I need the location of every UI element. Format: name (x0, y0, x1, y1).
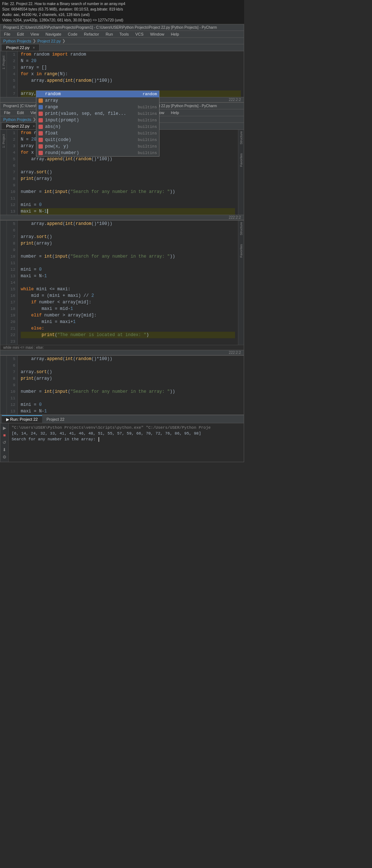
code-line-3-12: mini = 0 (21, 266, 235, 273)
code-line-1-6 (21, 84, 241, 90)
ac-item-input[interactable]: input(prompt) builtins (36, 117, 159, 124)
ide-window-3: 567891011121314151617181920212223 array.… (0, 220, 244, 355)
code-line-3-5: array.append(int(random()*100)) (21, 221, 235, 227)
run-toolbar: ▶ ■ ↺ ⬇ ⚙ (0, 423, 9, 462)
code-area-4[interactable]: 5678910111213 array.append(int(random()*… (7, 356, 244, 415)
run-tab-run[interactable]: ▶ Run: Project 22 (2, 415, 42, 423)
ac-item-quit[interactable]: quit(code) builtins (36, 137, 159, 143)
code-line-3-11 (21, 260, 235, 266)
menu2-file[interactable]: File (3, 110, 12, 115)
code-line-2-9 (21, 182, 235, 189)
right-sidebar-2: Structure Favorites (238, 130, 244, 215)
code-line-4-10: number = int(input("Search for any numbe… (21, 388, 241, 395)
ac-item-random[interactable]: random random (36, 91, 159, 97)
menu-navigate[interactable]: Navigate (44, 32, 62, 37)
menu-bar-1: File Edit View Navigate Code Refactor Ru… (0, 31, 244, 38)
video-info-line4: Video: h264, yuv420p, 1280x720, 681 kb/s… (2, 17, 242, 23)
ac-icon-round (39, 151, 43, 155)
code-line-3-18: maxi = mid-1 (21, 306, 235, 312)
ac-item-print[interactable]: print(values, sep, end, file... builtins (36, 110, 159, 117)
run-panel: ▶ Run: Project 22 Project 22 ▶ ■ ↺ ⬇ ⚙ "… (0, 415, 244, 462)
ac-item-pow[interactable]: pow(x, y) builtins (36, 143, 159, 150)
ac-name-range: range (45, 105, 136, 110)
ac-item-abs[interactable]: abs(n) builtins (36, 124, 159, 130)
code-line-2-6 (21, 162, 235, 169)
breadcrumb-file-1[interactable]: Project 22.py (37, 39, 61, 43)
code-line-3-9 (21, 247, 235, 253)
menu-window[interactable]: Window (149, 32, 166, 37)
code-line-3-7: array.sort() (21, 234, 235, 240)
run-input-prompt: Search for any number in the array: (12, 437, 98, 441)
breadcrumb2-python-projects[interactable]: Python Projects (3, 117, 31, 122)
tab-project22-2[interactable]: Project 22.py × (2, 123, 40, 129)
menu2-edit[interactable]: Edit (16, 110, 25, 115)
run-settings-btn[interactable]: ⚙ (1, 454, 8, 460)
left-sidebar-4 (0, 356, 7, 415)
project-label-1: 1: Project (2, 56, 5, 69)
autocomplete-dropdown[interactable]: random random array range builtins print… (36, 90, 159, 157)
run-stop-btn[interactable]: ■ (1, 432, 8, 439)
breadcrumb-1: Python Projects ❯ Project 22.py ❯ (0, 38, 244, 44)
ac-icon-print (39, 112, 43, 116)
run-play-btn[interactable]: ▶ (1, 425, 8, 431)
menu-refactor[interactable]: Refactor (82, 32, 101, 37)
code-content-4[interactable]: array.append(int(random()*100)) array.so… (18, 356, 244, 415)
code-line-2-12: mini = 0 (21, 202, 235, 208)
code-line-1-2: N = 20 (21, 58, 241, 64)
code-line-1-3: array = [] (21, 64, 241, 71)
ac-name-round: round(number) (45, 150, 136, 156)
code-line-3-19: elif number > array[mid]: (21, 312, 235, 319)
line-numbers-2: 12345678910111213 (7, 130, 18, 215)
ac-item-range[interactable]: range builtins (36, 104, 159, 110)
video-info-line3: Audio: aac, 44100 Hz, 2 channels, s16, 1… (2, 12, 242, 17)
run-tab-project[interactable]: Project 22 (42, 416, 69, 423)
code-line-1-1: from random import random (21, 51, 241, 58)
code-line-3-6 (21, 227, 235, 234)
ac-icon-quit (39, 138, 43, 142)
run-scroll-btn[interactable]: ⬇ (1, 447, 8, 453)
ac-type-round: builtins (138, 151, 157, 155)
code-line-3-22: print("The number is located at index: "… (21, 332, 235, 338)
ac-name-random: random (45, 92, 140, 97)
run-rerun-btn[interactable]: ↺ (1, 439, 8, 446)
ac-name-input: input(prompt) (45, 118, 136, 123)
ac-type-print: builtins (138, 112, 157, 116)
status-bar-3: 222:2:2 (0, 350, 244, 355)
menu2-help[interactable]: Help (169, 110, 181, 115)
ac-icon-range (39, 105, 43, 109)
code-line-3-15: while mini <= maxi: (21, 286, 235, 292)
hint-bar-3: while mini <= maxi : else: (0, 345, 244, 350)
code-line-2-13: maxi = N-1 (21, 208, 235, 215)
code-line-3-20: mini = maxi+1 (21, 319, 235, 325)
run-path: "C:\Users\USER\Python Projects\venv\Scri… (12, 425, 241, 431)
title-bar-1: Program1 [C:\Users\USER\PycharmProjects\… (0, 24, 244, 31)
code-content-3[interactable]: array.append(int(random()*100)) array.so… (18, 221, 238, 345)
left-sidebar-2: 1: Project (0, 130, 7, 215)
ac-name-float: float (45, 131, 136, 136)
ac-name-array: array (45, 98, 155, 103)
code-line-2-8: print(array) (21, 175, 235, 182)
breadcrumb-python-projects[interactable]: Python Projects (3, 39, 31, 43)
ac-item-float[interactable]: float builtins (36, 130, 159, 137)
menu-code[interactable]: Code (66, 32, 79, 37)
ac-item-round[interactable]: round(number) builtins (36, 150, 159, 156)
code-area-3[interactable]: 567891011121314151617181920212223 array.… (7, 221, 238, 345)
menu-help[interactable]: Help (169, 32, 181, 37)
ac-name-quit: quit(code) (45, 137, 136, 142)
menu-view[interactable]: View (29, 32, 41, 37)
run-input-line[interactable]: Search for any number in the array: (12, 436, 241, 442)
ac-type-random: random (142, 92, 157, 96)
ac-type-float: builtins (138, 131, 157, 136)
tab-project22-1[interactable]: Project 22.py × (2, 44, 40, 51)
line-numbers-3: 567891011121314151617181920212223 (7, 221, 18, 345)
ac-item-array[interactable]: array (36, 97, 159, 104)
close-tab-2[interactable]: × (33, 124, 35, 128)
window-layout-4: 5678910111213 array.append(int(random()*… (0, 356, 244, 415)
ac-icon-array (39, 98, 43, 103)
menu-file[interactable]: File (3, 32, 12, 37)
close-tab-1[interactable]: × (33, 46, 35, 50)
menu-tools[interactable]: Tools (118, 32, 130, 37)
menu-run[interactable]: Run (104, 32, 114, 37)
menu-edit[interactable]: Edit (16, 32, 25, 37)
menu-vcs[interactable]: VCS (134, 32, 145, 37)
